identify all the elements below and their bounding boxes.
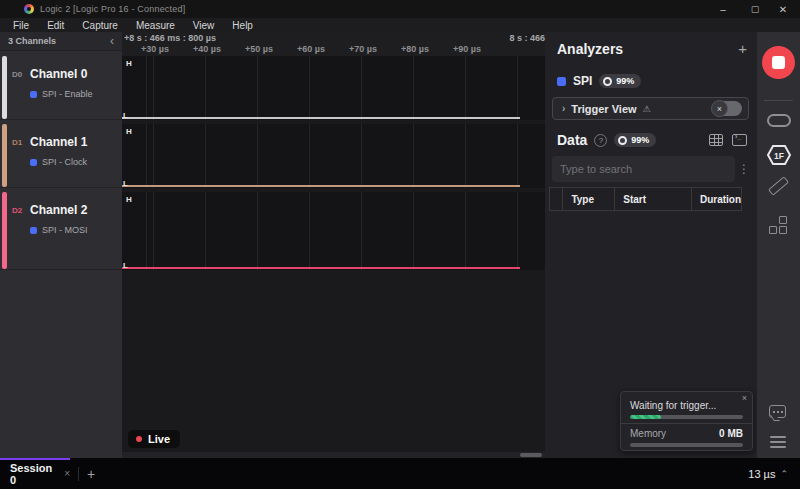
- progress-ring-icon: [618, 136, 627, 145]
- trigger-status-popup: × Waiting for trigger... Memory 0 MB: [620, 391, 753, 451]
- terminal-view-icon[interactable]: [732, 134, 747, 146]
- low-level-label: L: [123, 179, 128, 188]
- timeline-tick: +70 µs: [337, 44, 389, 54]
- analyzer-color-icon: [30, 91, 37, 98]
- bottom-bar: Session 0 × + 13 µs ⌃: [0, 458, 800, 489]
- waveform-area[interactable]: +8 s : 466 ms : 800 µs 8 s : 466 +30 µs …: [122, 32, 545, 458]
- channel-1-id: D1: [12, 138, 22, 147]
- analyzer-item-spi[interactable]: SPI 99%: [557, 74, 641, 88]
- channels-panel: 3 Channels ‹ D0 Channel 0 SPI - Enable D…: [0, 32, 122, 458]
- low-level-label: L: [123, 111, 128, 120]
- chevron-right-icon[interactable]: ›: [562, 103, 565, 114]
- channel-row-2[interactable]: D2 Channel 2 SPI - MOSI: [0, 192, 122, 270]
- logic2-app-window: Logic 2 [Logic Pro 16 - Connected] – ▢ ✕…: [0, 0, 800, 489]
- add-analyzer-button[interactable]: +: [738, 40, 747, 57]
- table-view-icon[interactable]: [709, 134, 723, 146]
- high-level-label: H: [126, 127, 132, 136]
- live-indicator-dot: [136, 436, 142, 442]
- channel-2-analyzer-tag[interactable]: SPI - MOSI: [30, 225, 88, 235]
- close-session-icon[interactable]: ×: [64, 468, 70, 479]
- channel-0-analyzer-tag[interactable]: SPI - Enable: [30, 89, 93, 99]
- time-window-display[interactable]: 13 µs ⌃: [748, 468, 800, 480]
- trigger-progress-fill: [630, 415, 661, 419]
- extensions-icon[interactable]: [769, 216, 787, 234]
- window-title: Logic 2 [Logic Pro 16 - Connected]: [40, 4, 185, 14]
- timeline-tick: +50 µs: [233, 44, 285, 54]
- analyzer-color-icon: [557, 77, 566, 86]
- analyzer-color-icon: [30, 159, 37, 166]
- data-progress-badge: 99%: [614, 133, 656, 147]
- menu-view[interactable]: View: [184, 20, 224, 31]
- timeline-range-start: +8 s : 466 ms : 800 µs: [124, 33, 216, 43]
- analyzer-color-icon: [30, 227, 37, 234]
- device-settings-icon[interactable]: [767, 114, 791, 127]
- toggle-off-knob: ×: [711, 100, 728, 117]
- channel-row-1[interactable]: D1 Channel 1 SPI - Clock: [0, 124, 122, 188]
- live-button[interactable]: Live: [128, 430, 180, 448]
- kebab-menu-icon[interactable]: ⋮: [735, 162, 753, 176]
- table-col-spacer: [550, 188, 563, 210]
- minimize-button[interactable]: –: [712, 2, 734, 16]
- maximize-button[interactable]: ▢: [744, 2, 766, 16]
- session-tab[interactable]: Session 0 ×: [0, 458, 70, 489]
- channel-2-signal-trace: [122, 267, 520, 269]
- stop-capture-button[interactable]: [762, 46, 795, 79]
- menu-measure[interactable]: Measure: [127, 20, 184, 31]
- signal-row-channel-0[interactable]: H L: [122, 56, 545, 120]
- menu-bar: File Edit Capture Measure View Help: [0, 18, 800, 32]
- table-col-start[interactable]: Start: [615, 188, 692, 210]
- progress-ring-icon: [603, 77, 612, 86]
- chevron-up-icon: ⌃: [780, 469, 788, 479]
- active-tab-accent: [0, 458, 70, 460]
- timeline-ruler[interactable]: +8 s : 466 ms : 800 µs 8 s : 466 +30 µs …: [122, 32, 545, 56]
- channel-1-name: Channel 1: [30, 135, 87, 149]
- close-popup-icon[interactable]: ×: [742, 393, 747, 403]
- scrollbar-thumb[interactable]: [520, 453, 542, 457]
- help-icon[interactable]: ?: [594, 134, 607, 147]
- add-session-button[interactable]: +: [87, 466, 95, 482]
- high-level-label: H: [126, 195, 132, 204]
- timeline-tick: +90 µs: [441, 44, 493, 54]
- channel-1-analyzer-tag[interactable]: SPI - Clock: [30, 157, 87, 167]
- feedback-chat-icon[interactable]: [769, 405, 786, 418]
- channel-row-0[interactable]: D0 Channel 0 SPI - Enable: [0, 56, 122, 120]
- channel-2-color-stripe: [2, 192, 7, 269]
- trigger-view-row[interactable]: › Trigger View ⚠ ×: [552, 97, 749, 120]
- channel-0-name: Channel 0: [30, 67, 87, 81]
- timeline-tick: +60 µs: [285, 44, 337, 54]
- trigger-progress-bar: [630, 415, 743, 419]
- trigger-status-message: Waiting for trigger...: [630, 400, 716, 411]
- svg-text:1F: 1F: [774, 151, 784, 161]
- menu-file[interactable]: File: [4, 20, 38, 31]
- memory-label: Memory: [630, 428, 666, 439]
- warning-icon: ⚠: [643, 104, 651, 114]
- high-level-label: H: [126, 59, 132, 68]
- menu-edit[interactable]: Edit: [38, 20, 73, 31]
- signal-row-channel-1[interactable]: H L: [122, 124, 545, 188]
- analyzers-title: Analyzers: [557, 41, 623, 57]
- memory-progress-bar: [630, 443, 743, 447]
- measure-ruler-icon[interactable]: [768, 176, 789, 196]
- menu-capture[interactable]: Capture: [73, 20, 127, 31]
- title-bar: Logic 2 [Logic Pro 16 - Connected] – ▢ ✕: [0, 0, 800, 18]
- signal-row-channel-2[interactable]: H L: [122, 192, 545, 270]
- channel-0-id: D0: [12, 70, 22, 79]
- app-logo-icon: [24, 4, 34, 14]
- stop-square-icon: [772, 56, 785, 69]
- trigger-view-toggle[interactable]: ×: [712, 101, 742, 116]
- trigger-settings-icon[interactable]: 1F: [766, 144, 792, 166]
- main-menu-icon[interactable]: [770, 436, 786, 448]
- channel-1-signal-trace: [122, 185, 520, 187]
- collapse-panel-icon[interactable]: ‹: [110, 34, 122, 48]
- data-title: Data: [557, 132, 587, 148]
- search-input[interactable]: [552, 156, 735, 182]
- channels-panel-header: 3 Channels ‹: [0, 32, 122, 51]
- table-col-duration[interactable]: Duration: [692, 188, 741, 210]
- close-window-button[interactable]: ✕: [772, 2, 794, 16]
- tab-divider: [78, 467, 79, 481]
- channel-2-name: Channel 2: [30, 203, 87, 217]
- menu-help[interactable]: Help: [223, 20, 262, 31]
- side-toolbar: 1F: [757, 32, 800, 458]
- timeline-range-end: 8 s : 466: [509, 33, 545, 43]
- table-col-type[interactable]: Type: [563, 188, 615, 210]
